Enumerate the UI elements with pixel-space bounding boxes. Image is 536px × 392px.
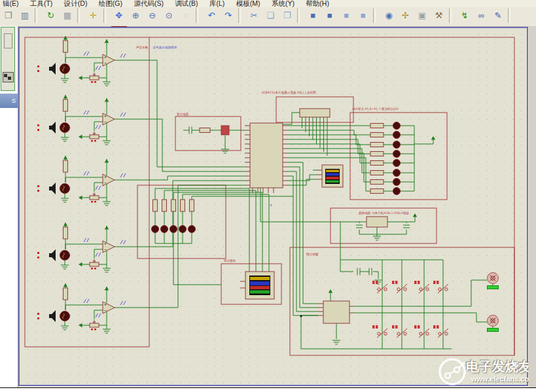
watermark: 电子发烧友 www.elecfans.com: [437, 357, 535, 389]
zoom-area-icon[interactable]: ◌: [179, 8, 192, 24]
decompose-icon[interactable]: ⚒: [432, 8, 446, 24]
save-icon[interactable]: ▥: [18, 8, 31, 24]
keypad-section-label: 独立按键: [306, 253, 319, 257]
menu-bar: 辑(E) 工具(T) 设计(D) 绘图(G) 源代码(S) 调试(B) 库(L)…: [0, 0, 536, 7]
redo-icon[interactable]: ↷: [221, 8, 235, 24]
block-rotate-icon[interactable]: ■: [340, 8, 353, 24]
amp-channel[interactable]: [37, 36, 141, 86]
block-delete-icon[interactable]: ■: [356, 8, 370, 24]
cut-icon[interactable]: ✂: [247, 8, 260, 24]
zoom-in-icon[interactable]: ⊕: [129, 8, 143, 24]
window-bottom-edge: [0, 387, 536, 392]
print-icon[interactable]: ❒: [1, 8, 15, 24]
origin-icon[interactable]: ✛: [86, 8, 100, 24]
amp-channel[interactable]: [37, 283, 141, 333]
menu-design[interactable]: 设计(D): [63, 0, 89, 7]
watermark-brand: 电子发烧友: [466, 358, 531, 376]
overview-preview[interactable]: [1, 27, 15, 91]
preview-sheet-outline: [4, 33, 12, 48]
led-row[interactable]: [152, 200, 222, 285]
amp-section-label-red: 声音采集: [136, 46, 149, 50]
display-section-label: 显示模块: [223, 259, 236, 262]
elecfans-logo-icon: [437, 357, 467, 387]
amplifier-section-box: [25, 37, 149, 347]
pin-tool-icon[interactable]: ✢: [399, 8, 412, 24]
menu-graph[interactable]: 绘图(G): [98, 0, 124, 7]
paste-icon[interactable]: ❐: [280, 8, 294, 24]
reset-circuit[interactable]: [183, 126, 245, 153]
crystal-section-label: 晶振电路 与单片机XTAL1 XTAL2相连: [359, 211, 410, 215]
crystal-circuit[interactable]: [260, 188, 417, 247]
watermark-site: www.elecfans.com: [471, 375, 535, 383]
menu-library[interactable]: 库(L): [208, 0, 226, 7]
device-list[interactable]: [0, 108, 17, 387]
block-move-icon[interactable]: ■: [323, 8, 336, 24]
schematic-canvas[interactable]: 声音采集 信号放大电路模块 AT89C51单片机最小系统 P0口上拉排阻 LED…: [18, 27, 528, 386]
menu-tools[interactable]: 工具(T): [29, 0, 54, 7]
undo-icon[interactable]: ↶: [205, 8, 219, 24]
block-copy-icon[interactable]: ■: [306, 8, 320, 24]
menu-source[interactable]: 源代码(S): [132, 0, 165, 7]
menu-system[interactable]: 系统(Y): [270, 0, 296, 7]
property-tool-icon[interactable]: ✎: [491, 8, 505, 24]
wire-autorouter-icon[interactable]: ↯: [457, 8, 471, 24]
display-module-2[interactable]: [240, 272, 274, 299]
sidebar: S: [0, 26, 18, 387]
menu-edit[interactable]: 辑(E): [1, 0, 20, 7]
refresh-icon[interactable]: ↻: [44, 8, 58, 24]
mcu-chip[interactable]: [245, 123, 288, 193]
mcu-section-label: AT89C51单片机最小系统 P0口上拉排阻: [262, 90, 316, 95]
menu-help[interactable]: 帮助(H): [304, 0, 331, 7]
sounder-1[interactable]: [488, 273, 499, 289]
amp-channel[interactable]: [37, 95, 141, 145]
wire-mark-label: 4: [270, 204, 272, 207]
amp-channel[interactable]: [37, 223, 141, 272]
led-bank[interactable]: [370, 122, 435, 195]
toolbar: ❒ ▥ ↻ ▦ ✛ ✥ ⊕ ⊖ ⊙ ◌ ↶ ↷ ✂ ❏ ❐ ■ ■ ■: [0, 7, 536, 27]
window-right-gutter: [529, 26, 536, 387]
sounder-2[interactable]: [488, 315, 499, 332]
proteus-window: 辑(E) 工具(T) 设计(D) 绘图(G) 源代码(S) 调试(B) 库(L)…: [0, 0, 536, 392]
package-tool-icon[interactable]: ▣: [416, 8, 429, 24]
amp-to-mcu-wires: [141, 60, 245, 308]
grid-icon[interactable]: ▦: [60, 8, 74, 24]
reset-section-label: 复位电路: [177, 113, 189, 116]
copy-icon[interactable]: ❏: [264, 8, 277, 24]
menu-debug[interactable]: 调试(B): [173, 0, 199, 7]
pan-icon[interactable]: ✥: [112, 8, 126, 24]
reset-section-box: [175, 116, 241, 151]
device-list-header[interactable]: S: [0, 94, 18, 108]
keypad-circuit[interactable]: [300, 247, 498, 349]
led-section-label: LED显示 P1.0~P1.7 驱动8位LED: [352, 107, 399, 111]
display-module-1[interactable]: [318, 165, 343, 187]
menu-template[interactable]: 模板(M): [235, 0, 262, 7]
amp-channel[interactable]: [37, 156, 141, 205]
zoom-full-icon[interactable]: ⊙: [162, 8, 176, 24]
zoom-select-icon[interactable]: ◉: [382, 8, 396, 24]
zoom-out-icon[interactable]: ⊖: [145, 8, 159, 24]
amp-section-label-blue: 信号放大电路模块: [152, 46, 177, 49]
search-icon[interactable]: ∞: [474, 8, 488, 24]
